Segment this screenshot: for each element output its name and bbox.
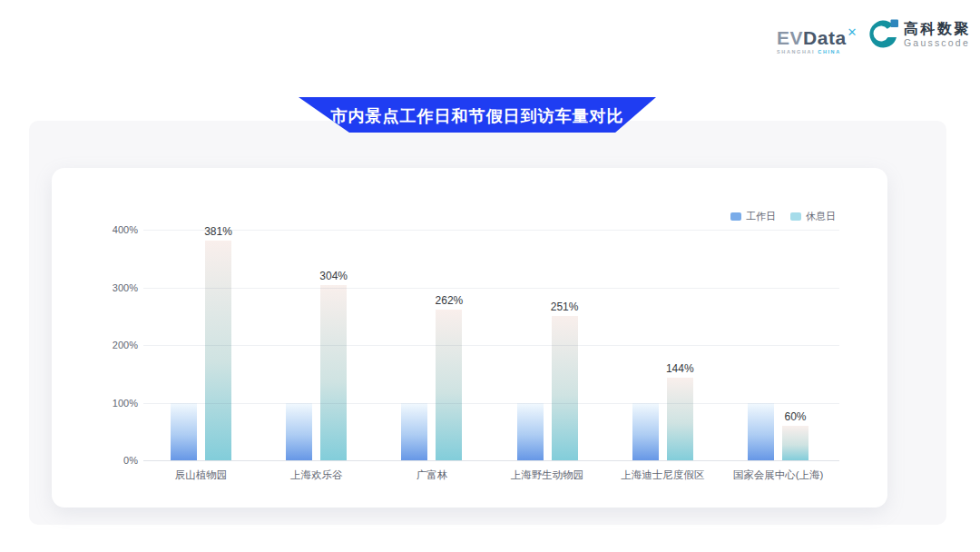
gridline [143,288,839,289]
bar-workday [401,403,427,460]
x-axis-line [143,460,839,461]
x-axis-label: 国家会展中心(上海) [710,468,847,482]
gridline [143,345,839,346]
legend-swatch [730,212,741,221]
bar-value-label: 251% [537,301,592,313]
legend-item-工作日[interactable]: 工作日 [730,210,776,223]
chart-card: 0%100%200%300%400%381%辰山植物园304%上海欢乐谷262%… [52,168,887,508]
gausscode-text: 高科数聚 Gausscode [904,21,971,48]
page-title: 市内景点工作日和节假日到访车量对比 [331,104,624,127]
bar-restday [205,241,231,460]
evdata-subtext-china: CHINA [818,49,840,54]
bar-value-label: 262% [422,294,476,307]
bar-restday [782,426,808,460]
bar-workday [632,403,659,460]
gausscode-cn: 高科数聚 [904,21,971,37]
legend-label: 休息日 [806,210,836,223]
title-banner: 市内景点工作日和节假日到访车量对比 [299,97,656,133]
evdata-x-icon: ✕ [848,25,858,39]
bar-restday [552,316,578,460]
legend-item-休息日[interactable]: 休息日 [790,210,836,223]
evdata-subtext: SHANGHAI CHINA [777,49,858,54]
y-axis-tick: 200% [52,340,138,350]
gridline [143,403,839,404]
evdata-part2: Data [803,27,847,48]
bar-restday [320,285,347,460]
gausscode-g-icon [867,18,899,51]
bar-workday [171,403,197,460]
bar-workday [517,403,544,460]
y-axis-tick: 300% [52,282,138,293]
y-axis-tick: 0% [52,455,138,466]
evdata-subtext-shanghai: SHANGHAI [777,49,815,54]
evdata-part1: EV [777,27,803,48]
legend-label: 工作日 [746,210,776,223]
evdata-wordmark: EVData✕ [777,24,858,47]
bar-restday [436,310,462,460]
gridline [143,230,839,231]
page: EVData✕ SHANGHAI CHINA 高科数聚 Gausscode 市内… [0,0,980,552]
evdata-logo: EVData✕ SHANGHAI CHINA [777,24,858,54]
y-axis-tick: 400% [52,224,138,235]
bar-restday [667,378,693,460]
bar-workday [286,403,312,460]
y-axis-tick: 100% [52,398,138,409]
bar-value-label: 144% [652,362,707,375]
chart-legend: 工作日休息日 [730,210,836,223]
gausscode-logo: 高科数聚 Gausscode [867,18,971,51]
bar-value-label: 381% [191,225,246,238]
header-logos: EVData✕ SHANGHAI CHINA 高科数聚 Gausscode [777,18,971,54]
gausscode-en: Gausscode [904,37,971,48]
bar-value-label: 60% [769,410,823,423]
bar-value-label: 304% [307,270,361,282]
legend-swatch [790,212,801,221]
